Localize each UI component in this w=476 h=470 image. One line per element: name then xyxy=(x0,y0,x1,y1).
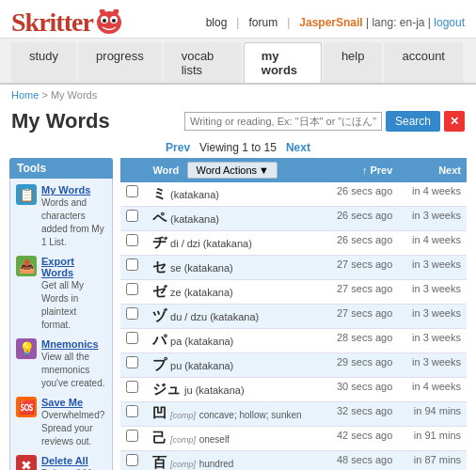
row-checkbox[interactable] xyxy=(120,256,147,280)
row-prev: 27 secs ago xyxy=(318,256,398,280)
checkbox-5[interactable] xyxy=(126,307,138,320)
checkbox-10[interactable] xyxy=(126,430,138,442)
row-next: in 3 weeks xyxy=(398,329,467,353)
row-checkbox[interactable] xyxy=(120,182,147,207)
word-char[interactable]: 己 xyxy=(152,430,167,446)
row-prev: 26 secs ago xyxy=(318,182,398,207)
word-char[interactable]: 百 xyxy=(152,454,167,470)
tool-item-delete-all[interactable]: ✖ Delete All Delete all My Words and sta… xyxy=(16,455,106,470)
tool-label-export-words[interactable]: Export Words xyxy=(41,256,106,278)
nav-account[interactable]: account xyxy=(384,42,463,83)
words-tbody: ミ (katakana)26 secs agoin 4 weeksペ (kata… xyxy=(120,182,467,470)
nav-progress[interactable]: progress xyxy=(78,42,162,83)
row-checkbox[interactable] xyxy=(120,280,147,305)
row-next: in 4 weeks xyxy=(398,378,467,402)
word-char[interactable]: 凹 xyxy=(152,405,167,421)
tool-label-my-words[interactable]: My Words xyxy=(41,184,106,196)
row-checkbox[interactable] xyxy=(120,402,147,427)
table-header-row: Word Word Actions ▼ ↑ Prev Next xyxy=(120,158,467,182)
tool-label-mnemonics[interactable]: Mnemonics xyxy=(41,338,106,350)
row-checkbox[interactable] xyxy=(120,378,147,402)
nav-vocab-lists[interactable]: vocab lists xyxy=(164,42,242,83)
table-row: パ pa (katakana)28 secs agoin 3 weeks xyxy=(120,329,467,353)
paging-label: Viewing 1 to 15 xyxy=(199,141,277,154)
word-reading: du / dzu (katakana) xyxy=(170,311,259,322)
word-char[interactable]: ヂ xyxy=(152,234,167,250)
row-checkbox[interactable] xyxy=(120,329,147,353)
checkbox-7[interactable] xyxy=(126,356,138,368)
word-char[interactable]: パ xyxy=(152,332,167,348)
word-char[interactable]: ゼ xyxy=(152,283,167,299)
word-char[interactable]: ペ xyxy=(152,210,167,226)
checkbox-9[interactable] xyxy=(126,405,138,417)
tool-item-my-words[interactable]: 📋 My Words Words and characters added fr… xyxy=(16,184,106,248)
row-next: in 94 mins xyxy=(398,402,467,427)
main-layout: Tools 📋 My Words Words and characters ad… xyxy=(0,158,476,470)
prev-link[interactable]: Prev xyxy=(166,141,190,154)
checkbox-11[interactable] xyxy=(126,454,138,466)
tool-item-mnemonics[interactable]: 💡 Mnemonics View all the mnemonics you'v… xyxy=(16,338,106,389)
word-char[interactable]: セ xyxy=(152,258,167,274)
row-prev: 32 secs ago xyxy=(318,402,398,427)
nav-bar: study progress vocab lists my words help… xyxy=(0,39,476,85)
word-char[interactable]: プ xyxy=(152,356,167,372)
search-clear-button[interactable]: ✕ xyxy=(444,111,465,132)
row-checkbox[interactable] xyxy=(120,207,147,231)
row-prev: 28 secs ago xyxy=(318,329,398,353)
divider2: | xyxy=(287,16,290,29)
tool-icon-delete-all: ✖ xyxy=(16,455,37,470)
nav-help[interactable]: help xyxy=(324,42,383,83)
word-reading: ze (katakana) xyxy=(170,287,233,298)
next-link[interactable]: Next xyxy=(286,141,310,154)
search-input[interactable] xyxy=(184,112,382,131)
tool-label-save-me[interactable]: Save Me xyxy=(41,397,106,408)
nav-my-words[interactable]: my words xyxy=(244,42,322,83)
row-checkbox[interactable] xyxy=(120,305,147,329)
row-checkbox[interactable] xyxy=(120,353,147,378)
word-reading: pa (katakana) xyxy=(170,336,233,347)
word-reading: se (katakana) xyxy=(170,262,233,274)
word-reading: (katakana) xyxy=(170,189,219,200)
tool-label-delete-all[interactable]: Delete All xyxy=(41,455,106,466)
checkbox-1[interactable] xyxy=(126,210,138,222)
word-actions-button[interactable]: Word Actions ▼ xyxy=(187,162,278,179)
checkbox-6[interactable] xyxy=(126,332,138,344)
username[interactable]: JasperSnail xyxy=(299,16,362,29)
tool-text-export-words: Export Words Get all My Words in plainte… xyxy=(41,256,106,331)
header-nav: blog | forum | JasperSnail | lang: en-ja… xyxy=(206,16,465,29)
chevron-down-icon: ▼ xyxy=(259,164,269,176)
row-next: in 4 weeks xyxy=(398,182,467,207)
checkbox-3[interactable] xyxy=(126,258,138,271)
col-prev[interactable]: ↑ Prev xyxy=(318,158,398,182)
tool-item-save-me[interactable]: 🆘 Save Me Overwhelmed? Spread your revie… xyxy=(16,397,106,447)
search-button[interactable]: Search xyxy=(386,111,440,132)
row-checkbox[interactable] xyxy=(120,231,147,256)
word-char[interactable]: ミ xyxy=(152,185,167,201)
divider1: | xyxy=(236,16,239,29)
forum-link[interactable]: forum xyxy=(248,16,278,29)
title-search-row: My Words Search ✕ xyxy=(0,105,476,139)
logout-link[interactable]: logout xyxy=(434,16,465,29)
checkbox-2[interactable] xyxy=(126,234,138,246)
logo-text[interactable]: Skritter xyxy=(11,8,93,38)
checkbox-8[interactable] xyxy=(126,381,138,393)
sidebar-content: 📋 My Words Words and characters added fr… xyxy=(9,179,113,470)
paging: Prev Viewing 1 to 15 Next xyxy=(0,139,476,158)
checkbox-0[interactable] xyxy=(126,185,138,197)
breadcrumb-home[interactable]: Home xyxy=(11,89,39,101)
blog-link[interactable]: blog xyxy=(206,16,228,29)
word-char[interactable]: ジュ xyxy=(152,381,181,397)
row-checkbox[interactable] xyxy=(120,451,147,471)
word-char[interactable]: ヅ xyxy=(152,307,167,323)
row-prev: 27 secs ago xyxy=(318,280,398,305)
row-next: in 4 weeks xyxy=(398,231,467,256)
checkbox-4[interactable] xyxy=(126,283,138,295)
row-checkbox[interactable] xyxy=(120,427,147,451)
row-prev: 27 secs ago xyxy=(318,305,398,329)
row-prev: 26 secs ago xyxy=(318,207,398,231)
table-row: ペ (katakana)26 secs agoin 3 weeks xyxy=(120,207,467,231)
tool-item-export-words[interactable]: 📤 Export Words Get all My Words in plain… xyxy=(16,256,106,331)
nav-study[interactable]: study xyxy=(11,42,76,83)
words-table-wrap: Word Word Actions ▼ ↑ Prev Next xyxy=(120,158,467,470)
row-next: in 3 weeks xyxy=(398,305,467,329)
